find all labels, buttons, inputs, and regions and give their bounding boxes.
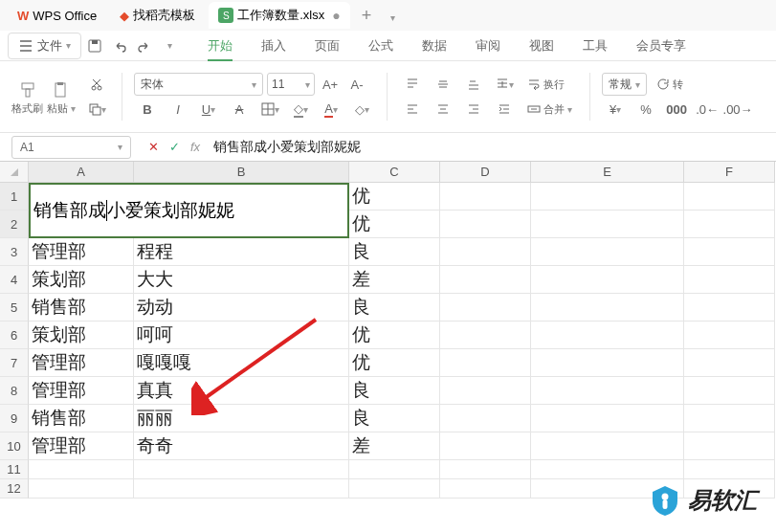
cell[interactable]: 大大 [134, 266, 349, 294]
merge-button[interactable]: 合并▾ [521, 98, 578, 121]
undo-button[interactable] [108, 34, 131, 57]
app-title-tab[interactable]: W WPS Office [8, 2, 106, 29]
cell[interactable] [134, 460, 349, 479]
underline-button[interactable]: U ▾ [195, 98, 222, 121]
decrease-font-button[interactable]: A- [345, 73, 368, 96]
cell[interactable]: 良 [349, 294, 440, 321]
cell[interactable] [531, 460, 684, 479]
cell[interactable] [531, 321, 684, 349]
tab-view[interactable]: 视图 [516, 32, 567, 60]
cell[interactable] [349, 460, 440, 479]
format-painter-button[interactable] [14, 78, 41, 101]
align-right-button[interactable] [460, 98, 487, 121]
cell[interactable] [684, 266, 775, 294]
row-header[interactable]: 11 [0, 460, 29, 479]
active-merged-cell[interactable]: 销售部成小爱策划部妮妮 [29, 183, 349, 238]
cell[interactable] [29, 479, 134, 499]
italic-button[interactable]: I [165, 98, 191, 121]
column-header-a[interactable]: A [29, 162, 134, 183]
cell[interactable] [684, 321, 775, 349]
row-header[interactable]: 3 [0, 238, 29, 266]
tab-formula[interactable]: 公式 [355, 32, 407, 60]
save-button[interactable] [83, 34, 106, 57]
cell[interactable]: 良 [349, 238, 440, 266]
tab-insert[interactable]: 插入 [248, 32, 299, 60]
font-color-button[interactable]: A▾ [318, 98, 344, 121]
cell[interactable]: 良 [349, 405, 440, 432]
cell[interactable] [531, 294, 684, 321]
orientation-button[interactable]: ▾ [491, 73, 518, 96]
cell[interactable]: 呵呵 [134, 321, 349, 349]
redo-button[interactable] [133, 34, 156, 57]
row-header[interactable]: 12 [0, 479, 29, 499]
cell[interactable] [684, 432, 775, 460]
fx-button[interactable]: fx [185, 140, 206, 154]
row-header[interactable]: 8 [0, 377, 29, 405]
row-header[interactable]: 2 [0, 211, 29, 238]
cell[interactable]: 销售部 [29, 294, 134, 321]
column-header-f[interactable]: F [684, 162, 775, 183]
tab-list-button[interactable]: ▾ [383, 6, 403, 26]
column-header-d[interactable]: D [440, 162, 531, 183]
font-name-select[interactable]: 宋体▾ [134, 73, 263, 96]
cell[interactable] [684, 294, 775, 321]
decimal-inc-button[interactable]: .00→ [724, 98, 751, 121]
cell[interactable]: 优 [349, 349, 440, 377]
strikethrough-button[interactable]: A [226, 98, 253, 121]
tab-start[interactable]: 开始 [194, 32, 246, 60]
row-header[interactable]: 7 [0, 349, 29, 377]
valign-top-button[interactable] [399, 73, 426, 96]
cell[interactable] [440, 460, 531, 479]
close-icon[interactable]: ● [332, 8, 340, 23]
cell[interactable]: 丽丽 [134, 405, 349, 432]
fill-color-button[interactable]: ◇▾ [287, 98, 314, 121]
cell[interactable]: 优 [349, 183, 440, 211]
cell[interactable]: 程程 [134, 238, 349, 266]
cell[interactable]: 策划部 [29, 321, 134, 349]
wrap-text-button[interactable]: 换行 [521, 73, 570, 96]
rotate-button[interactable]: 转 [651, 73, 689, 96]
cell[interactable] [440, 238, 531, 266]
cell[interactable]: 优 [349, 321, 440, 349]
cell[interactable] [684, 183, 775, 211]
cell[interactable] [440, 479, 531, 499]
formula-text[interactable]: 销售部成小爱策划部妮妮 [206, 139, 368, 156]
tab-page[interactable]: 页面 [301, 32, 353, 60]
cancel-edit-button[interactable]: ✕ [143, 140, 164, 154]
row-header[interactable]: 10 [0, 432, 29, 460]
cell[interactable] [684, 211, 775, 238]
percent-button[interactable]: % [632, 98, 659, 121]
cell[interactable] [440, 405, 531, 432]
file-tab[interactable]: S 工作簿数量.xlsx ● [209, 2, 349, 29]
name-box[interactable]: A1▾ [11, 136, 131, 159]
decimal-dec-button[interactable]: .0← [694, 98, 721, 121]
cell[interactable]: 优 [349, 211, 440, 238]
bold-button[interactable]: B [134, 98, 161, 121]
font-size-select[interactable]: 11▾ [267, 73, 315, 96]
row-header[interactable]: 5 [0, 294, 29, 321]
cell[interactable] [684, 405, 775, 432]
tab-review[interactable]: 审阅 [462, 32, 514, 60]
cell[interactable] [440, 432, 531, 460]
cell[interactable] [531, 266, 684, 294]
add-tab-button[interactable]: + [354, 6, 380, 26]
cell[interactable] [531, 432, 684, 460]
row-header[interactable]: 9 [0, 405, 29, 432]
cell[interactable]: 管理部 [29, 238, 134, 266]
cell[interactable] [440, 294, 531, 321]
indent-button[interactable] [491, 98, 518, 121]
confirm-edit-button[interactable]: ✓ [164, 140, 185, 154]
tab-data[interactable]: 数据 [409, 32, 460, 60]
cell[interactable] [440, 349, 531, 377]
valign-bottom-button[interactable] [460, 73, 487, 96]
cell[interactable] [531, 238, 684, 266]
valign-middle-button[interactable] [430, 73, 456, 96]
cell[interactable]: 销售部 [29, 405, 134, 432]
cell[interactable] [440, 321, 531, 349]
copy-button[interactable]: ▾ [83, 98, 110, 121]
cell[interactable] [531, 349, 684, 377]
column-header-e[interactable]: E [531, 162, 684, 183]
docer-tab[interactable]: ◆ 找稻壳模板 [110, 2, 205, 29]
comma-button[interactable]: 000 [663, 98, 690, 121]
increase-font-button[interactable]: A+ [319, 73, 342, 96]
